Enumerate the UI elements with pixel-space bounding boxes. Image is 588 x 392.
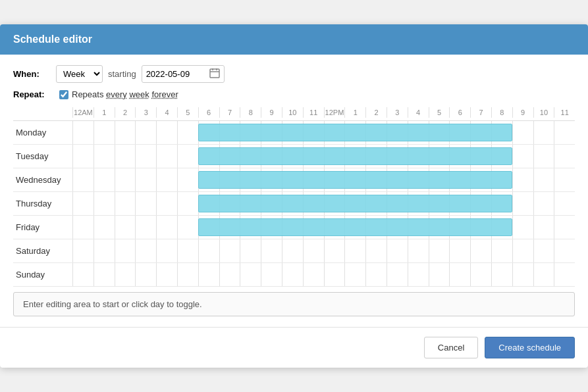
grid-cell[interactable] (177, 192, 198, 215)
grid-day-row[interactable]: Wednesday (13, 168, 575, 192)
grid-cell[interactable] (282, 263, 303, 286)
schedule-block[interactable] (198, 195, 512, 212)
date-input[interactable] (146, 69, 205, 79)
grid-cell[interactable] (94, 239, 115, 262)
grid-cell[interactable] (219, 239, 240, 262)
grid-cell[interactable] (135, 216, 156, 239)
grid-cell[interactable] (344, 263, 365, 286)
grid-cell[interactable] (491, 263, 512, 286)
grid-cell[interactable] (177, 145, 198, 168)
grid-cell[interactable] (554, 168, 575, 191)
grid-cell[interactable] (449, 239, 470, 262)
grid-cell[interactable] (449, 263, 470, 286)
grid-cell[interactable] (512, 168, 533, 191)
grid-cell[interactable] (177, 263, 198, 286)
grid-day-row[interactable]: Tuesday (13, 145, 575, 168)
grid-day-row[interactable]: Sunday (13, 263, 575, 287)
grid-cell[interactable] (135, 239, 156, 262)
grid-cell[interactable] (533, 216, 554, 239)
grid-cell[interactable] (72, 216, 94, 239)
grid-cell[interactable] (344, 239, 365, 262)
repeat-checkbox[interactable] (59, 90, 68, 99)
grid-cell[interactable] (240, 239, 261, 262)
grid-cell[interactable] (408, 239, 429, 262)
grid-cell[interactable] (303, 239, 324, 262)
grid-cell[interactable] (491, 239, 512, 262)
grid-cell[interactable] (115, 192, 136, 215)
schedule-block[interactable] (198, 171, 512, 189)
grid-cell[interactable] (72, 168, 94, 191)
forever-link[interactable]: forever (151, 89, 178, 99)
grid-cell[interactable] (470, 263, 491, 286)
period-select[interactable]: Week Day Month (56, 65, 103, 83)
grid-cell[interactable] (156, 121, 177, 144)
schedule-block[interactable] (198, 147, 512, 165)
grid-cell[interactable] (554, 121, 575, 144)
grid-cell[interactable] (94, 145, 115, 168)
grid-cell[interactable] (240, 263, 261, 286)
grid-cell[interactable] (533, 168, 554, 191)
grid-cell[interactable] (94, 121, 115, 144)
grid-cell[interactable] (156, 168, 177, 191)
grid-cell[interactable] (198, 239, 219, 262)
grid-cell[interactable] (554, 145, 575, 168)
grid-cell[interactable] (512, 263, 533, 286)
schedule-block[interactable] (198, 124, 512, 141)
grid-cell[interactable] (261, 263, 282, 286)
grid-cell[interactable] (156, 192, 177, 215)
grid-cell[interactable] (177, 121, 198, 144)
grid-cell[interactable] (156, 216, 177, 239)
grid-cell[interactable] (512, 216, 533, 239)
grid-cell[interactable] (554, 192, 575, 215)
grid-cell[interactable] (156, 263, 177, 286)
grid-cell[interactable] (429, 263, 450, 286)
grid-cell[interactable] (533, 263, 554, 286)
grid-cell[interactable] (365, 263, 387, 286)
grid-day-row[interactable]: Monday (13, 121, 575, 145)
grid-cell[interactable] (512, 192, 533, 215)
grid-cell[interactable] (512, 145, 533, 168)
grid-cell[interactable] (533, 239, 554, 262)
grid-cell[interactable] (72, 263, 94, 286)
grid-cell[interactable] (156, 239, 177, 262)
grid-cell[interactable] (72, 192, 94, 215)
grid-cell[interactable] (282, 239, 303, 262)
grid-cell[interactable] (533, 192, 554, 215)
grid-day-row[interactable]: Saturday (13, 239, 575, 263)
grid-cell[interactable] (72, 239, 94, 262)
grid-cell[interactable] (429, 239, 450, 262)
week-link[interactable]: week (129, 89, 149, 99)
grid-cell[interactable] (94, 168, 115, 191)
grid-cell[interactable] (512, 121, 533, 144)
grid-cell[interactable] (156, 145, 177, 168)
schedule-block[interactable] (198, 218, 512, 236)
grid-cell[interactable] (115, 216, 136, 239)
cancel-button[interactable]: Cancel (424, 337, 478, 358)
grid-cell[interactable] (94, 216, 115, 239)
grid-day-row[interactable]: Thursday (13, 192, 575, 216)
grid-cell[interactable] (135, 145, 156, 168)
grid-cell[interactable] (115, 239, 136, 262)
grid-cell[interactable] (135, 263, 156, 286)
grid-cell[interactable] (533, 145, 554, 168)
grid-cell[interactable] (408, 263, 429, 286)
grid-cell[interactable] (94, 192, 115, 215)
grid-cell[interactable] (219, 263, 240, 286)
grid-cell[interactable] (115, 263, 136, 286)
grid-cell[interactable] (94, 263, 115, 286)
grid-cell[interactable] (177, 168, 198, 191)
create-schedule-button[interactable]: Create schedule (485, 337, 575, 358)
grid-cell[interactable] (115, 168, 136, 191)
grid-cell[interactable] (177, 216, 198, 239)
grid-cell[interactable] (115, 145, 136, 168)
grid-cell[interactable] (387, 239, 408, 262)
grid-cell[interactable] (261, 239, 282, 262)
grid-cell[interactable] (470, 239, 491, 262)
grid-cell[interactable] (324, 263, 345, 286)
grid-cell[interactable] (554, 263, 575, 286)
grid-cell[interactable] (554, 216, 575, 239)
grid-cell[interactable] (198, 263, 219, 286)
calendar-icon[interactable] (209, 68, 220, 80)
grid-cell[interactable] (324, 239, 345, 262)
grid-cell[interactable] (365, 239, 387, 262)
